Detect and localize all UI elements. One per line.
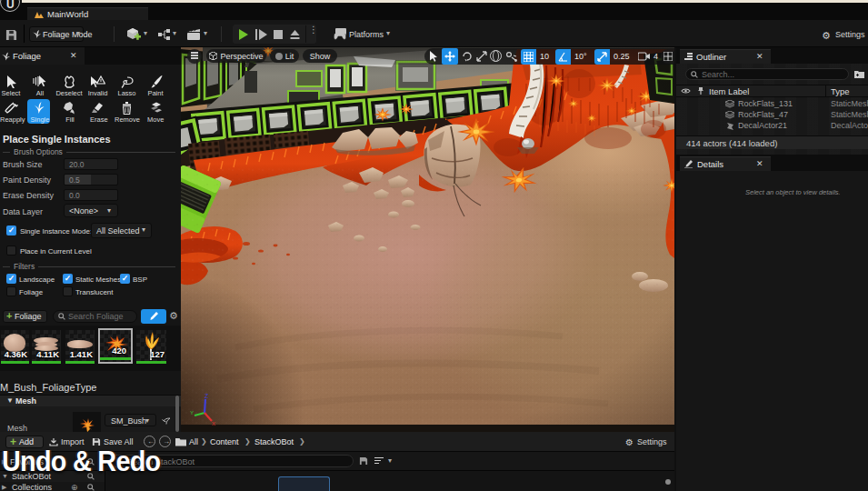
svg-text:Z: Z (205, 393, 209, 399)
svg-text:X: X (212, 421, 215, 426)
svg-text:Y: Y (190, 410, 194, 416)
